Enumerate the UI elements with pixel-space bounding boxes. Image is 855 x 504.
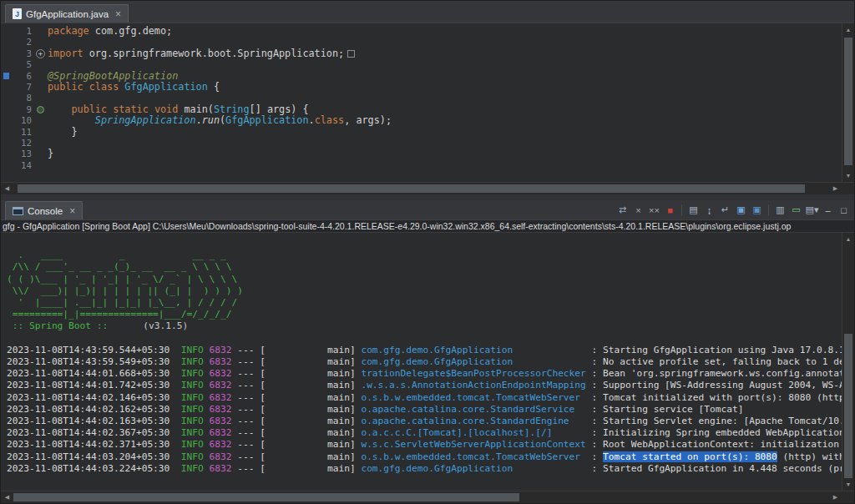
line-number[interactable]: 1	[13, 26, 34, 37]
annotation-ruler[interactable]	[1, 138, 13, 149]
log-selection-highlight[interactable]: Tomcat started on port(s): 8080	[603, 451, 777, 462]
annotation-ruler[interactable]	[1, 115, 13, 126]
annotation-ruler[interactable]	[1, 93, 13, 103]
console-log-line[interactable]: 2023-11-08T14:44:02.367+05:30 INFO 6832 …	[7, 427, 842, 439]
fold-ruler[interactable]	[34, 26, 48, 37]
fold-ruler[interactable]	[34, 82, 48, 93]
console-log-line[interactable]: 2023-11-08T14:44:01.668+05:30 INFO 6832 …	[7, 368, 842, 380]
annotation-ruler[interactable]	[1, 160, 13, 171]
fold-ruler[interactable]: +	[34, 48, 48, 59]
console-log-line[interactable]: 2023-11-08T14:44:01.742+05:30 INFO 6832 …	[7, 380, 842, 391]
console-log-line[interactable]: 2023-11-08T14:44:02.371+05:30 INFO 6832 …	[7, 439, 842, 451]
annotation-ruler[interactable]	[1, 149, 13, 159]
fold-ruler[interactable]	[34, 115, 48, 126]
annotation-ruler[interactable]	[1, 127, 13, 138]
code-lines[interactable]: 1package com.gfg.demo;23+import org.spri…	[1, 23, 842, 182]
console-log-line[interactable]: 2023-11-08T14:44:02.163+05:30 INFO 6832 …	[7, 416, 842, 427]
console-log-line[interactable]: 2023-11-08T14:44:03.204+05:30 INFO 6832 …	[7, 451, 842, 463]
fold-ruler[interactable]	[34, 104, 48, 115]
line-number[interactable]: 9	[13, 104, 34, 115]
pin-console-icon[interactable]: ▥	[773, 203, 787, 217]
fold-ruler[interactable]	[34, 160, 48, 171]
console-log-line[interactable]: 2023-11-08T14:44:02.162+05:30 INFO 6832 …	[7, 404, 842, 416]
clear-console-icon[interactable]: ▤	[686, 203, 701, 217]
annotation-ruler[interactable]	[1, 26, 13, 37]
console-tab-close-icon[interactable]: ×	[69, 205, 75, 217]
remove-all-terminated-icon[interactable]: ××	[647, 203, 661, 217]
fold-ruler[interactable]	[34, 149, 48, 159]
console-log-line[interactable]: 2023-11-08T14:44:02.146+05:30 INFO 6832 …	[7, 392, 842, 404]
maximize-icon[interactable]: □	[837, 203, 851, 217]
fold-ruler[interactable]	[34, 71, 48, 82]
show-stdout-icon[interactable]: ▣	[734, 203, 748, 217]
code-line[interactable]: 8	[1, 93, 842, 103]
fold-ruler[interactable]	[34, 93, 48, 103]
code-line[interactable]: 6@SpringBootApplication	[1, 71, 842, 82]
scroll-left-icon[interactable]: ◀	[1, 491, 13, 503]
editor-horizontal-scrollbar[interactable]: ◀ ▶	[1, 182, 842, 194]
console-output[interactable]: . ____ _ __ _ _ /\\ / ___'_ __ _ _(_)_ _…	[1, 233, 842, 491]
line-number[interactable]: 13	[13, 149, 34, 159]
code-line[interactable]: 9 public static void main(String[] args)…	[1, 104, 842, 115]
scroll-down-icon[interactable]: ▼	[842, 169, 854, 182]
code-line[interactable]: 5	[1, 59, 842, 70]
editor-hscroll-track[interactable]	[13, 183, 829, 194]
console-vertical-scrollbar[interactable]: ▲ ▼	[842, 233, 854, 491]
scroll-up-icon[interactable]: ▲	[842, 233, 854, 245]
scroll-left-icon[interactable]: ◀	[1, 183, 13, 194]
code-line[interactable]: 7public class GfgApplication {	[1, 82, 842, 93]
code-line[interactable]: 2	[1, 37, 842, 48]
view-sash[interactable]	[1, 194, 854, 200]
line-number[interactable]: 5	[13, 59, 34, 70]
console-vscroll-track[interactable]	[842, 245, 854, 478]
scroll-right-icon[interactable]: ▶	[829, 491, 842, 503]
code-line[interactable]: 13}	[1, 149, 842, 159]
scroll-lock-icon[interactable]: ↨	[702, 203, 716, 217]
editor-vscroll-track[interactable]	[842, 36, 854, 169]
remove-launch-icon[interactable]: ×	[631, 203, 645, 217]
line-number[interactable]: 3	[13, 48, 34, 59]
code-line[interactable]: 12	[1, 138, 842, 149]
editor-tab-gfgapplication[interactable]: J GfgApplication.java ×	[5, 4, 129, 23]
code-line[interactable]: 11 }	[1, 127, 842, 138]
editor-hscroll-thumb[interactable]	[18, 184, 805, 193]
fold-expand-icon[interactable]: +	[36, 49, 45, 58]
word-wrap-icon[interactable]: ↵	[718, 203, 732, 217]
fold-ruler[interactable]	[34, 37, 48, 48]
code-line[interactable]: 3+import org.springframework.boot.Spring…	[1, 48, 842, 59]
annotation-ruler[interactable]	[1, 71, 13, 82]
annotation-ruler[interactable]	[1, 82, 13, 93]
console-vscroll-thumb[interactable]	[844, 334, 852, 478]
annotation-ruler[interactable]	[1, 59, 13, 70]
annotation-ruler[interactable]	[1, 48, 13, 59]
console-horizontal-scrollbar[interactable]: ◀ ▶	[1, 491, 842, 503]
annotation-ruler[interactable]	[1, 37, 13, 48]
line-number[interactable]: 7	[13, 82, 34, 93]
scroll-down-icon[interactable]: ▼	[842, 478, 854, 491]
line-number[interactable]: 11	[13, 127, 34, 138]
annotation-ruler[interactable]	[1, 104, 13, 115]
code-line[interactable]: 10 SpringApplication.run(GfgApplication.…	[1, 115, 842, 126]
console-tab[interactable]: Console ×	[5, 201, 83, 219]
editor-vscroll-thumb[interactable]	[844, 38, 852, 166]
show-stderr-icon[interactable]: ▣	[750, 203, 764, 217]
scroll-up-icon[interactable]: ▲	[842, 23, 854, 36]
line-number[interactable]: 14	[13, 160, 34, 171]
terminate-icon[interactable]: ■	[663, 203, 677, 217]
main-method-marker-icon[interactable]	[37, 106, 44, 113]
editor-tab-close-icon[interactable]: ×	[115, 8, 121, 20]
fold-ruler[interactable]	[34, 138, 48, 149]
minimize-icon[interactable]: –	[821, 203, 835, 217]
line-number[interactable]: 8	[13, 93, 34, 103]
console-hscroll-track[interactable]	[13, 491, 829, 503]
console-hscroll-thumb[interactable]	[13, 493, 519, 501]
relaunch-icon[interactable]: ⇄	[615, 203, 630, 217]
line-number[interactable]: 12	[13, 138, 34, 149]
editor-vertical-scrollbar[interactable]: ▲ ▼	[842, 23, 854, 182]
line-number[interactable]: 10	[13, 115, 34, 126]
scroll-right-icon[interactable]: ▶	[829, 183, 842, 194]
open-console-icon[interactable]: ▤▾	[805, 203, 819, 217]
fold-ruler[interactable]	[34, 127, 48, 138]
console-log-line[interactable]: 2023-11-08T14:44:03.224+05:30 INFO 6832 …	[7, 463, 842, 475]
display-console-icon[interactable]: ▭	[789, 203, 803, 217]
